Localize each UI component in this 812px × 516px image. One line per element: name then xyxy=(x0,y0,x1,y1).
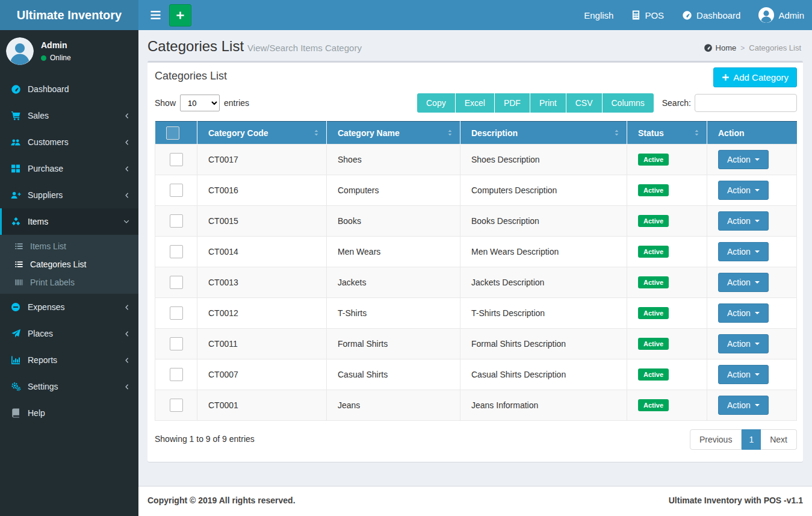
row-checkbox[interactable] xyxy=(170,276,183,289)
pagination-page-1-button[interactable]: 1 xyxy=(742,429,761,450)
header-category-name[interactable]: Category Name xyxy=(327,122,460,145)
pagination-previous-button[interactable]: Previous xyxy=(690,429,742,450)
row-checkbox[interactable] xyxy=(170,306,183,320)
sidebar-item-dashboard[interactable]: Dashboard xyxy=(0,76,138,102)
action-label: Action xyxy=(727,400,751,410)
action-dropdown-button[interactable]: Action xyxy=(718,365,769,384)
paper-plane-icon xyxy=(10,329,22,338)
action-dropdown-button[interactable]: Action xyxy=(718,150,769,169)
menu-toggle-icon[interactable] xyxy=(146,0,164,30)
nav-language[interactable]: English xyxy=(584,0,613,30)
app-brand[interactable]: Ultimate Inventory xyxy=(0,0,138,30)
avatar xyxy=(758,7,774,23)
breadcrumb-separator: > xyxy=(740,44,745,52)
csv-button[interactable]: CSV xyxy=(566,93,603,113)
row-checkbox[interactable] xyxy=(170,337,183,350)
users-icon xyxy=(10,137,22,147)
cell-checkbox xyxy=(155,267,197,298)
copy-button[interactable]: Copy xyxy=(417,93,456,113)
action-dropdown-button[interactable]: Action xyxy=(718,242,769,261)
sidebar-item-label: Sales xyxy=(28,111,49,120)
cell-code: CT0001 xyxy=(197,390,327,421)
sidebar-item-customers[interactable]: Customers xyxy=(0,129,138,155)
excel-button[interactable]: Excel xyxy=(456,93,495,113)
table-row: CT0014 Men Wears Men Wears Description A… xyxy=(155,237,797,267)
nav-pos[interactable]: POS xyxy=(631,0,664,30)
sidebar-item-label: Items List xyxy=(30,241,66,251)
header-label: Category Name xyxy=(338,128,400,138)
cell-description: T-Shirts Description xyxy=(460,298,627,329)
sidebar-user-panel: Admin Online xyxy=(0,30,138,72)
sidebar-item-settings[interactable]: Settings xyxy=(0,373,138,400)
sidebar-item-label: Dashboard xyxy=(28,84,69,94)
cell-name: Shoes xyxy=(327,145,460,175)
print-button[interactable]: Print xyxy=(530,93,566,113)
page-title: Categories List xyxy=(147,38,244,54)
sidebar-user-status[interactable]: Online xyxy=(41,54,71,62)
nav-pos-label: POS xyxy=(645,10,664,20)
sidebar-item-expenses[interactable]: Expenses xyxy=(0,294,138,320)
sidebar-item-reports[interactable]: Reports xyxy=(0,347,138,373)
action-dropdown-button[interactable]: Action xyxy=(718,273,769,292)
sidebar-item-items[interactable]: Items xyxy=(0,208,138,235)
caret-down-icon xyxy=(755,220,760,222)
select-all-checkbox[interactable] xyxy=(166,126,179,140)
select-all-header xyxy=(155,122,197,145)
sidebar-item-sales[interactable]: Sales xyxy=(0,102,138,129)
list-icon xyxy=(14,260,25,269)
quick-add-button[interactable] xyxy=(169,4,191,26)
header-category-code[interactable]: Category Code xyxy=(197,122,327,145)
online-dot-icon xyxy=(41,55,46,61)
sidebar-item-print-labels[interactable]: Print Labels xyxy=(0,273,138,291)
action-dropdown-button[interactable]: Action xyxy=(718,181,769,200)
action-dropdown-button[interactable]: Action xyxy=(718,396,769,415)
row-checkbox[interactable] xyxy=(170,368,183,381)
content-wrapper: Categories ListView/Search Items Categor… xyxy=(138,0,812,486)
table-row: CT0001 Jeans Jeans Information Active Ac… xyxy=(155,390,797,421)
header-label: Status xyxy=(638,128,664,138)
header-description[interactable]: Description xyxy=(460,122,627,145)
pagination-next-button[interactable]: Next xyxy=(761,429,797,450)
cell-name: Jeans xyxy=(327,390,460,421)
page-subtitle: View/Search Items Category xyxy=(247,43,362,53)
cell-description: Shoes Description xyxy=(460,145,627,175)
table-toolbar: Show 10 entries Copy Excel PDF Print CSV… xyxy=(147,87,803,121)
table-row: CT0013 Jackets Jackets Description Activ… xyxy=(155,267,797,298)
cell-description: Jackets Description xyxy=(460,267,627,298)
nav-dashboard[interactable]: Dashboard xyxy=(682,0,740,30)
cell-checkbox xyxy=(155,175,197,206)
pagination: Previous 1 Next xyxy=(690,429,797,450)
cell-action: Action xyxy=(707,267,797,298)
navbar-main: English POS Dashboard Admin xyxy=(138,0,812,30)
footer-copyright: Copyright © 2019 All rights reserved. xyxy=(147,496,296,507)
add-category-button[interactable]: Add Category xyxy=(713,67,797,87)
chevron-left-icon xyxy=(124,191,130,199)
row-checkbox[interactable] xyxy=(170,214,183,228)
sidebar-item-suppliers[interactable]: Suppliers xyxy=(0,182,138,208)
header-status[interactable]: Status xyxy=(627,122,707,145)
action-label: Action xyxy=(727,247,751,256)
sidebar-item-purchase[interactable]: Purchase xyxy=(0,155,138,182)
search-input[interactable] xyxy=(695,94,797,112)
row-checkbox[interactable] xyxy=(170,184,183,197)
pdf-button[interactable]: PDF xyxy=(495,93,530,113)
search-group: Search: xyxy=(662,94,797,112)
columns-button[interactable]: Columns xyxy=(603,93,654,113)
cell-status: Active xyxy=(627,390,707,421)
cell-code: CT0012 xyxy=(197,298,327,329)
row-checkbox[interactable] xyxy=(170,245,183,258)
caret-down-icon xyxy=(755,189,760,191)
row-checkbox[interactable] xyxy=(170,399,183,412)
nav-user[interactable]: Admin xyxy=(758,0,804,30)
sidebar-item-places[interactable]: Places xyxy=(0,320,138,347)
breadcrumb-home[interactable]: Home xyxy=(704,43,737,52)
sidebar-item-categories-list[interactable]: Categories List xyxy=(0,255,138,273)
action-dropdown-button[interactable]: Action xyxy=(718,211,769,231)
row-checkbox[interactable] xyxy=(170,153,183,166)
sort-icon xyxy=(613,128,621,137)
sidebar-item-help[interactable]: Help xyxy=(0,400,138,426)
sidebar-item-items-list[interactable]: Items List xyxy=(0,237,138,255)
page-length-select[interactable]: 10 xyxy=(180,95,220,111)
action-dropdown-button[interactable]: Action xyxy=(718,303,769,323)
action-dropdown-button[interactable]: Action xyxy=(718,334,769,353)
